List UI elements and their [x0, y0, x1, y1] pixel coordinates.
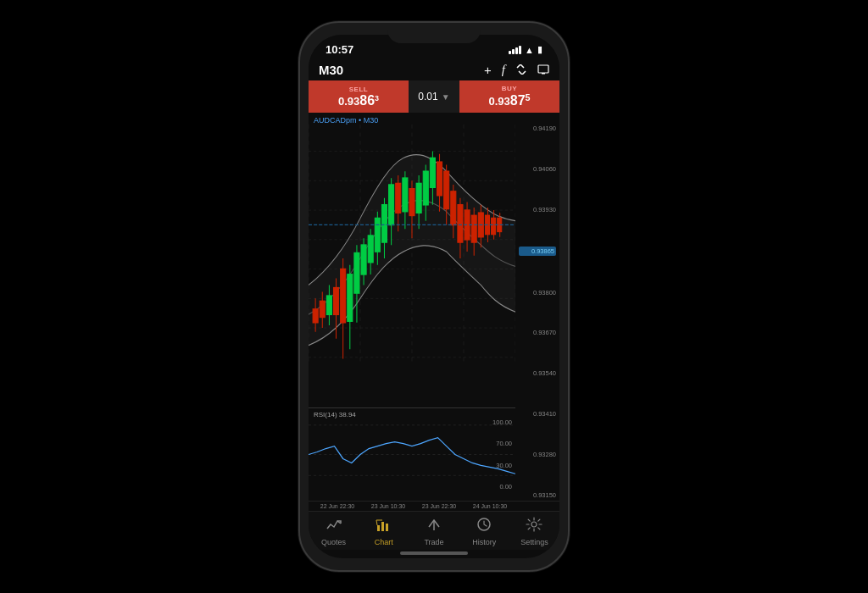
sell-label: SELL — [349, 86, 368, 93]
price-tick-4: 0.93800 — [519, 289, 556, 296]
svg-rect-58 — [458, 205, 463, 242]
price-tick-8: 0.93280 — [519, 451, 556, 458]
price-bar: SELL 0.93863 0.01 ▼ BUY 0.93875 — [309, 80, 559, 113]
svg-rect-24 — [341, 269, 346, 323]
svg-rect-26 — [348, 274, 353, 321]
phone-frame: 10:57 ▲ ▮ M30 + f — [298, 21, 570, 572]
time-tick-2: 23 Jun 10:30 — [371, 503, 405, 509]
wifi-icon: ▲ — [525, 45, 534, 55]
svg-rect-30 — [361, 245, 366, 274]
status-time: 10:57 — [326, 43, 353, 56]
svg-rect-42 — [403, 178, 408, 211]
svg-rect-52 — [437, 162, 442, 195]
rsi-tick-30: 30.00 — [475, 462, 512, 469]
nav-item-trade[interactable]: Trade — [409, 517, 459, 546]
chart-symbol-label: AUDCADpm • M30 — [314, 116, 378, 125]
rsi-axis: 100.00 70.00 30.00 0.00 — [471, 408, 515, 501]
sell-button[interactable]: SELL 0.93863 — [309, 80, 409, 113]
buy-price: 0.93875 — [488, 92, 530, 108]
rsi-section: RSI(14) 38.94 100.00 70.00 30.00 0.00 — [309, 407, 515, 501]
nav-item-chart[interactable]: Chart — [359, 517, 409, 546]
svg-rect-16 — [313, 309, 318, 323]
price-axis: 0.94190 0.94060 0.93930 0.93865 0.93800 … — [515, 113, 559, 501]
bottom-nav: Quotes Chart — [309, 511, 559, 550]
time-tick-4: 24 Jun 10:30 — [473, 503, 507, 509]
svg-rect-34 — [375, 219, 380, 252]
svg-point-82 — [531, 522, 537, 527]
price-tick-5: 0.93670 — [519, 329, 556, 336]
sell-price: 0.93863 — [338, 93, 379, 108]
buy-price-big: 87 — [510, 93, 526, 108]
home-indicator — [400, 551, 468, 555]
buy-price-sup: 5 — [526, 92, 531, 103]
svg-rect-44 — [409, 189, 415, 216]
buy-price-main: 0.93 — [488, 95, 509, 108]
sell-price-main: 0.93 — [338, 95, 359, 108]
timeframe-label[interactable]: M30 — [319, 63, 343, 77]
svg-rect-77 — [386, 524, 388, 531]
nav-item-quotes[interactable]: Quotes — [309, 517, 359, 546]
svg-rect-32 — [368, 236, 373, 263]
history-icon — [476, 517, 492, 536]
rsi-tick-0: 0.00 — [475, 483, 512, 490]
svg-rect-48 — [423, 171, 428, 204]
chart-area[interactable]: AUDCADpm • M30 0.94190 0.94060 0.93930 0… — [309, 113, 559, 501]
trade-icon — [426, 517, 442, 536]
price-tick-current: 0.93865 — [519, 247, 556, 256]
svg-rect-62 — [471, 215, 476, 242]
price-tick-1: 0.94190 — [519, 125, 556, 132]
quotes-icon — [326, 517, 342, 536]
svg-rect-36 — [381, 205, 387, 242]
svg-rect-46 — [416, 183, 421, 213]
toolbar: M30 + f — [309, 59, 559, 80]
buy-button[interactable]: BUY 0.93875 — [459, 80, 559, 113]
history-label: History — [472, 538, 496, 546]
chart-icon — [376, 517, 392, 536]
price-tick-6: 0.93540 — [519, 369, 556, 377]
svg-rect-18 — [320, 301, 325, 317]
time-axis: 22 Jun 22:30 23 Jun 10:30 23 Jun 22:30 2… — [309, 501, 559, 511]
svg-rect-75 — [377, 525, 380, 531]
svg-rect-50 — [430, 158, 435, 187]
toolbar-icons: + f — [484, 63, 549, 77]
price-tick-7: 0.93410 — [519, 410, 556, 418]
lot-selector[interactable]: 0.01 ▼ — [409, 80, 459, 113]
status-icons: ▲ ▮ — [509, 44, 542, 55]
add-icon[interactable]: + — [484, 63, 492, 77]
phone-screen: 10:57 ▲ ▮ M30 + f — [309, 35, 559, 558]
rsi-tick-70: 70.00 — [475, 440, 512, 447]
svg-rect-28 — [354, 253, 359, 293]
svg-rect-56 — [451, 191, 456, 224]
price-tick-9: 0.93150 — [519, 491, 556, 499]
settings-label: Settings — [520, 538, 548, 546]
svg-rect-22 — [333, 288, 338, 315]
lot-arrow-icon[interactable]: ▼ — [442, 92, 450, 102]
rsi-label: RSI(14) 38.94 — [314, 411, 356, 418]
svg-rect-38 — [389, 185, 394, 224]
price-tick-2: 0.94060 — [519, 165, 556, 173]
toolbar-left: M30 — [319, 63, 343, 77]
screen-icon[interactable] — [537, 63, 549, 77]
buy-label: BUY — [502, 85, 517, 92]
svg-rect-54 — [444, 171, 449, 208]
svg-rect-1 — [542, 73, 545, 75]
signal-icon — [509, 46, 521, 54]
nav-item-history[interactable]: History — [459, 517, 509, 546]
svg-rect-76 — [381, 522, 384, 531]
rsi-tick-100: 100.00 — [475, 418, 512, 426]
indicator-icon[interactable]: f — [502, 63, 505, 77]
nav-item-settings[interactable]: Settings — [509, 517, 559, 546]
sell-price-sup: 3 — [375, 93, 379, 102]
time-tick-3: 23 Jun 22:30 — [422, 503, 456, 509]
svg-rect-0 — [538, 65, 548, 73]
lot-value: 0.01 — [418, 91, 437, 103]
price-tick-3: 0.93930 — [519, 206, 556, 213]
position-icon[interactable] — [515, 63, 527, 77]
notch — [387, 23, 481, 43]
time-tick-1: 22 Jun 22:30 — [320, 503, 354, 509]
svg-rect-68 — [492, 219, 496, 235]
svg-rect-40 — [396, 183, 401, 213]
trade-label: Trade — [424, 538, 443, 546]
sell-price-big: 86 — [359, 93, 375, 108]
battery-icon: ▮ — [537, 44, 542, 55]
